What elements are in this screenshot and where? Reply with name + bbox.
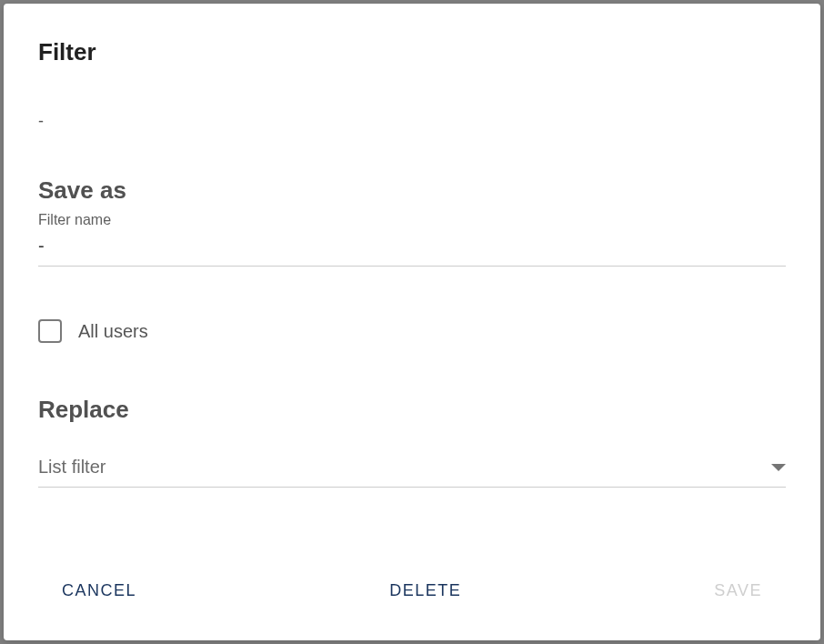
- list-filter-select[interactable]: List filter: [38, 457, 786, 488]
- all-users-row[interactable]: All users: [38, 319, 786, 343]
- delete-button[interactable]: Delete: [382, 578, 468, 604]
- filter-name-input[interactable]: [38, 232, 786, 267]
- all-users-label: All users: [78, 321, 148, 342]
- cancel-button[interactable]: Cancel: [55, 578, 144, 604]
- save-as-heading: Save as: [38, 176, 786, 205]
- list-filter-value: List filter: [38, 457, 771, 478]
- save-button: Save: [707, 578, 769, 604]
- filter-dialog: Filter - Save as Filter name All users R…: [4, 4, 820, 640]
- all-users-checkbox[interactable]: [38, 319, 62, 343]
- chevron-down-icon: [771, 464, 786, 471]
- dialog-title: Filter: [38, 38, 786, 66]
- dialog-button-row: Cancel Delete Save: [38, 541, 786, 640]
- filter-name-label: Filter name: [38, 212, 786, 228]
- replace-heading: Replace: [38, 396, 786, 424]
- filter-description: -: [38, 112, 786, 131]
